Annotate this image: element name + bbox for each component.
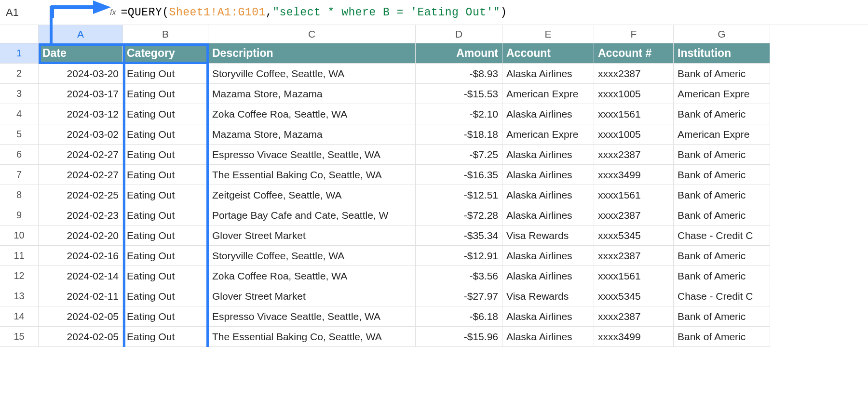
cell-institution[interactable]: Bank of Americ xyxy=(674,306,770,327)
cell-category[interactable]: Eating Out xyxy=(123,64,208,84)
row-header[interactable]: 7 xyxy=(0,165,39,185)
cell-date[interactable]: 2024-02-16 xyxy=(39,246,123,266)
cell-account[interactable]: Alaska Airlines xyxy=(502,205,594,226)
cell-date[interactable]: 2024-02-27 xyxy=(39,165,123,185)
cell-description[interactable]: The Essential Baking Co, Seattle, WA xyxy=(208,327,416,347)
cell-accountnum[interactable]: xxxx2387 xyxy=(594,64,674,84)
col-header-D[interactable]: D xyxy=(416,25,502,43)
cell-category[interactable]: Eating Out xyxy=(123,124,208,145)
cell-accountnum[interactable]: xxxx1561 xyxy=(594,104,674,124)
header-cell-account[interactable]: Account xyxy=(502,43,594,64)
cell-institution[interactable]: Bank of Americ xyxy=(674,246,770,266)
cell-category[interactable]: Eating Out xyxy=(123,327,208,347)
cell-category[interactable]: Eating Out xyxy=(123,286,208,306)
row-header[interactable]: 13 xyxy=(0,286,39,306)
cell-date[interactable]: 2024-02-11 xyxy=(39,286,123,306)
cell-category[interactable]: Eating Out xyxy=(123,306,208,327)
cell-institution[interactable]: Bank of Americ xyxy=(674,165,770,185)
header-cell-category[interactable]: Category xyxy=(123,43,208,64)
cell-account[interactable]: Alaska Airlines xyxy=(502,185,594,205)
cell-description[interactable]: Glover Street Market xyxy=(208,286,416,306)
header-cell-institution[interactable]: Institution xyxy=(674,43,770,64)
cell-account[interactable]: Alaska Airlines xyxy=(502,165,594,185)
cell-accountnum[interactable]: xxxx2387 xyxy=(594,145,674,165)
cell-account[interactable]: Alaska Airlines xyxy=(502,266,594,286)
cell-accountnum[interactable]: xxxx1561 xyxy=(594,185,674,205)
cell-amount[interactable]: -$12.51 xyxy=(416,185,502,205)
cell-amount[interactable]: -$35.34 xyxy=(416,226,502,246)
header-cell-description[interactable]: Description xyxy=(208,43,416,64)
cell-institution[interactable]: Bank of Americ xyxy=(674,145,770,165)
cell-amount[interactable]: -$15.53 xyxy=(416,84,502,104)
cell-amount[interactable]: -$18.18 xyxy=(416,124,502,145)
cell-account[interactable]: American Expre xyxy=(502,124,594,145)
cell-account[interactable]: Alaska Airlines xyxy=(502,327,594,347)
cell-accountnum[interactable]: xxxx1005 xyxy=(594,124,674,145)
cell-date[interactable]: 2024-02-05 xyxy=(39,306,123,327)
cell-institution[interactable]: Chase - Credit C xyxy=(674,226,770,246)
cell-description[interactable]: Portage Bay Cafe and Cate, Seattle, W xyxy=(208,205,416,226)
cell-description[interactable]: Zeitgeist Coffee, Seattle, WA xyxy=(208,185,416,205)
header-cell-amount[interactable]: Amount xyxy=(416,43,502,64)
cell-account[interactable]: American Expre xyxy=(502,84,594,104)
cell-accountnum[interactable]: xxxx2387 xyxy=(594,205,674,226)
cell-description[interactable]: Storyville Coffee, Seattle, WA xyxy=(208,246,416,266)
row-header[interactable]: 8 xyxy=(0,185,39,205)
cell-account[interactable]: Alaska Airlines xyxy=(502,145,594,165)
row-header[interactable]: 6 xyxy=(0,145,39,165)
row-header[interactable]: 11 xyxy=(0,246,39,266)
col-header-F[interactable]: F xyxy=(594,25,674,43)
cell-account[interactable]: Alaska Airlines xyxy=(502,246,594,266)
select-all-corner[interactable] xyxy=(0,25,39,43)
col-header-E[interactable]: E xyxy=(502,25,594,43)
cell-description[interactable]: Zoka Coffee Roa, Seattle, WA xyxy=(208,266,416,286)
row-header[interactable]: 12 xyxy=(0,266,39,286)
cell-institution[interactable]: Bank of Americ xyxy=(674,266,770,286)
cell-category[interactable]: Eating Out xyxy=(123,205,208,226)
cell-accountnum[interactable]: xxxx5345 xyxy=(594,286,674,306)
cell-amount[interactable]: -$3.56 xyxy=(416,266,502,286)
cell-amount[interactable]: -$15.96 xyxy=(416,327,502,347)
row-header[interactable]: 4 xyxy=(0,104,39,124)
formula-input[interactable]: =QUERY(Sheet1!A1:G101,"select * where B … xyxy=(121,6,507,19)
cell-description[interactable]: Storyville Coffee, Seattle, WA xyxy=(208,64,416,84)
cell-description[interactable]: Espresso Vivace Seattle, Seattle, WA xyxy=(208,306,416,327)
cell-date[interactable]: 2024-03-02 xyxy=(39,124,123,145)
cell-accountnum[interactable]: xxxx2387 xyxy=(594,306,674,327)
cell-amount[interactable]: -$6.18 xyxy=(416,306,502,327)
header-cell-date[interactable]: Date xyxy=(39,43,123,64)
cell-category[interactable]: Eating Out xyxy=(123,185,208,205)
col-header-G[interactable]: G xyxy=(674,25,770,43)
cell-date[interactable]: 2024-02-14 xyxy=(39,266,123,286)
cell-description[interactable]: The Essential Baking Co, Seattle, WA xyxy=(208,165,416,185)
cell-amount[interactable]: -$16.35 xyxy=(416,165,502,185)
cell-description[interactable]: Espresso Vivace Seattle, Seattle, WA xyxy=(208,145,416,165)
cell-amount[interactable]: -$12.91 xyxy=(416,246,502,266)
cell-accountnum[interactable]: xxxx2387 xyxy=(594,246,674,266)
cell-date[interactable]: 2024-03-17 xyxy=(39,84,123,104)
cell-institution[interactable]: Bank of Americ xyxy=(674,64,770,84)
cell-account[interactable]: Visa Rewards xyxy=(502,226,594,246)
row-header-1[interactable]: 1 xyxy=(0,43,39,64)
cell-accountnum[interactable]: xxxx3499 xyxy=(594,327,674,347)
cell-category[interactable]: Eating Out xyxy=(123,104,208,124)
cell-category[interactable]: Eating Out xyxy=(123,266,208,286)
cell-institution[interactable]: Bank of Americ xyxy=(674,327,770,347)
cell-category[interactable]: Eating Out xyxy=(123,165,208,185)
cell-account[interactable]: Alaska Airlines xyxy=(502,64,594,84)
cell-date[interactable]: 2024-02-25 xyxy=(39,185,123,205)
cell-accountnum[interactable]: xxxx1005 xyxy=(594,84,674,104)
cell-accountnum[interactable]: xxxx1561 xyxy=(594,266,674,286)
header-cell-accountnum[interactable]: Account # xyxy=(594,43,674,64)
cell-institution[interactable]: Bank of Americ xyxy=(674,104,770,124)
name-box[interactable]: A1 xyxy=(0,6,48,19)
cell-amount[interactable]: -$7.25 xyxy=(416,145,502,165)
cell-institution[interactable]: Bank of Americ xyxy=(674,185,770,205)
cell-date[interactable]: 2024-03-20 xyxy=(39,64,123,84)
cell-amount[interactable]: -$72.28 xyxy=(416,205,502,226)
cell-account[interactable]: Visa Rewards xyxy=(502,286,594,306)
cell-accountnum[interactable]: xxxx5345 xyxy=(594,226,674,246)
cell-institution[interactable]: American Expre xyxy=(674,124,770,145)
cell-amount[interactable]: -$2.10 xyxy=(416,104,502,124)
row-header[interactable]: 15 xyxy=(0,327,39,347)
